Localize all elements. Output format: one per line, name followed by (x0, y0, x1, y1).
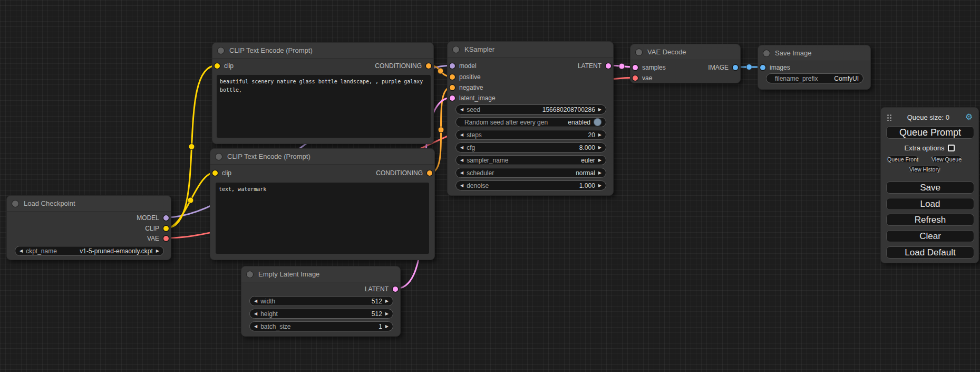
random-seed-toggle-icon[interactable] (594, 118, 601, 126)
decrement-arrow-icon[interactable]: ◀ (460, 146, 463, 150)
widget-width[interactable]: ◀width512▶ (249, 296, 393, 306)
node-title-bar[interactable]: CLIP Text Encode (Prompt) (210, 149, 434, 165)
widget-value: euler (581, 157, 595, 164)
widget-steps[interactable]: ◀steps20▶ (455, 130, 606, 140)
link-midpoint-dot (619, 63, 625, 69)
node-title-bar[interactable]: Save Image (758, 45, 870, 61)
collapse-dot-icon[interactable] (636, 49, 642, 55)
node-save-image[interactable]: Save Imageimagesfilename_prefixComfyUI (758, 45, 871, 90)
input-port-images[interactable] (760, 65, 765, 70)
input-slot-images: images (760, 63, 790, 72)
queue-front-button[interactable]: Queue Front (887, 156, 919, 163)
prompt-textarea[interactable]: beautiful scenery nature glass bottle la… (217, 75, 431, 138)
input-slot-clip: clip (212, 169, 231, 177)
input-port-positive[interactable] (450, 74, 455, 80)
widget-seed[interactable]: ◀seed156680208700286▶ (455, 104, 606, 115)
node-clip-text-encode-positive[interactable]: CLIP Text Encode (Prompt)clipCONDITIONIN… (212, 42, 434, 144)
increment-arrow-icon[interactable]: ▶ (598, 146, 601, 150)
output-port-CLIP[interactable] (163, 226, 169, 231)
output-label: LATENT (365, 285, 389, 293)
input-port-negative[interactable] (450, 85, 455, 90)
collapse-dot-icon[interactable] (218, 47, 224, 54)
collapse-dot-icon[interactable] (453, 46, 459, 53)
output-port-LATENT[interactable] (606, 63, 611, 69)
decrement-arrow-icon[interactable]: ◀ (254, 312, 257, 316)
view-history-button[interactable]: View History (909, 166, 940, 173)
node-load-checkpoint[interactable]: Load CheckpointMODELCLIPVAE◀ckpt_namev1-… (6, 195, 171, 260)
widget-value: 156680208700286 (542, 106, 595, 113)
node-vae-decode[interactable]: VAE DecodesamplesvaeIMAGE (630, 44, 741, 83)
collapse-dot-icon[interactable] (763, 50, 770, 56)
increment-arrow-icon[interactable]: ▶ (385, 325, 389, 329)
input-slot-vae: vae (633, 74, 652, 82)
node-clip-text-encode-negative[interactable]: CLIP Text Encode (Prompt)clipCONDITIONIN… (210, 148, 435, 260)
decrement-arrow-icon[interactable]: ◀ (460, 171, 463, 175)
increment-arrow-icon[interactable]: ▶ (598, 108, 601, 112)
widget-denoise[interactable]: ◀denoise1.000▶ (455, 180, 606, 190)
node-ksampler[interactable]: KSamplermodelpositivenegativelatent_imag… (447, 41, 614, 196)
widget-height[interactable]: ◀height512▶ (249, 309, 393, 319)
collapse-dot-icon[interactable] (247, 271, 253, 278)
widget-sampler-name[interactable]: ◀sampler_nameeuler▶ (455, 155, 606, 165)
clear-button[interactable]: Clear (886, 230, 974, 242)
collapse-dot-icon[interactable] (216, 154, 222, 160)
input-slot-samples: samples (633, 63, 666, 72)
increment-arrow-icon[interactable]: ▶ (598, 184, 601, 188)
decrement-arrow-icon[interactable]: ◀ (460, 158, 463, 163)
decrement-arrow-icon[interactable]: ◀ (254, 299, 257, 303)
widget-label: batch_size (260, 323, 290, 330)
load-button[interactable]: Load (886, 198, 974, 210)
graph-stage[interactable]: Queue size: 0 ⚙ Queue Prompt Extra optio… (0, 0, 980, 372)
widget-batch-size[interactable]: ◀batch_size1▶ (249, 321, 393, 331)
extra-options-checkbox[interactable] (948, 145, 955, 151)
save-button[interactable]: Save (886, 182, 974, 194)
refresh-button[interactable]: Refresh (886, 214, 974, 226)
increment-arrow-icon[interactable]: ▶ (598, 171, 601, 175)
increment-arrow-icon[interactable]: ▶ (598, 158, 601, 163)
output-port-LATENT[interactable] (393, 287, 398, 292)
drag-handle-icon[interactable] (887, 113, 891, 121)
prompt-textarea[interactable]: text, watermark (216, 183, 429, 254)
output-port-CONDITIONING[interactable] (426, 63, 431, 69)
decrement-arrow-icon[interactable]: ◀ (20, 249, 23, 253)
widget-cfg[interactable]: ◀cfg8.000▶ (455, 142, 606, 152)
input-port-clip[interactable] (212, 170, 218, 176)
queue-prompt-button[interactable]: Queue Prompt (886, 126, 974, 139)
node-title-bar[interactable]: Empty Latent Image (241, 266, 400, 282)
widget-filename-prefix[interactable]: filename_prefixComfyUI (766, 73, 863, 83)
increment-arrow-icon[interactable]: ▶ (385, 312, 389, 316)
load-default-button[interactable]: Load Default (886, 246, 974, 259)
node-title-bar[interactable]: VAE Decode (630, 44, 740, 60)
input-port-vae[interactable] (633, 75, 638, 81)
increment-arrow-icon[interactable]: ▶ (385, 299, 389, 303)
collapse-dot-icon[interactable] (12, 201, 18, 207)
input-port-model[interactable] (450, 63, 455, 69)
input-port-samples[interactable] (633, 65, 638, 70)
node-title-bar[interactable]: KSampler (448, 42, 613, 58)
widget-value: ComfyUI (834, 75, 859, 82)
node-empty-latent-image[interactable]: Empty Latent ImageLATENT◀width512▶◀heigh… (241, 266, 401, 337)
comfyui-canvas[interactable]: { "app": { "name_hint": "node graph edit… (0, 0, 980, 372)
widget-scheduler[interactable]: ◀schedulernormal▶ (455, 168, 606, 178)
output-port-IMAGE[interactable] (733, 65, 738, 70)
output-port-MODEL[interactable] (163, 215, 169, 221)
input-port-latent_image[interactable] (450, 96, 455, 101)
output-port-VAE[interactable] (163, 236, 169, 241)
decrement-arrow-icon[interactable]: ◀ (460, 133, 463, 137)
increment-arrow-icon[interactable]: ▶ (156, 249, 159, 253)
node-title-bar[interactable]: CLIP Text Encode (Prompt) (212, 43, 433, 59)
widget-value: 1 (379, 323, 382, 330)
output-port-CONDITIONING[interactable] (427, 170, 432, 176)
decrement-arrow-icon[interactable]: ◀ (460, 108, 463, 112)
output-slot-LATENT: LATENT (578, 62, 611, 70)
settings-gear-icon[interactable]: ⚙ (965, 113, 973, 121)
node-title-bar[interactable]: Load Checkpoint (7, 196, 171, 212)
input-label: images (770, 64, 790, 71)
widget-ckpt-name[interactable]: ◀ckpt_namev1-5-pruned-emaonly.ckpt▶ (15, 246, 164, 256)
view-queue-button[interactable]: View Queue (931, 156, 962, 163)
increment-arrow-icon[interactable]: ▶ (598, 133, 601, 137)
widget-random-seed-after-every-gen[interactable]: Random seed after every genenabled (455, 117, 606, 127)
input-port-clip[interactable] (215, 63, 220, 69)
decrement-arrow-icon[interactable]: ◀ (460, 184, 463, 188)
decrement-arrow-icon[interactable]: ◀ (254, 325, 257, 329)
